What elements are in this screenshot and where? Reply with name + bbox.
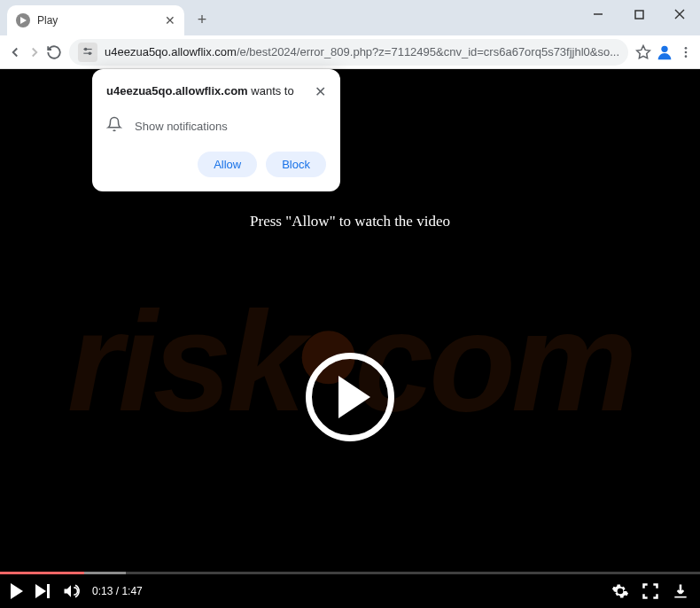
- block-button[interactable]: Block: [266, 152, 326, 177]
- svg-point-13: [684, 55, 687, 58]
- site-settings-icon[interactable]: [78, 43, 97, 62]
- tab-favicon-icon: [16, 13, 30, 27]
- svg-point-10: [661, 45, 667, 51]
- fullscreen-icon[interactable]: [642, 582, 659, 600]
- play-button-large[interactable]: [306, 353, 394, 441]
- back-button[interactable]: [7, 38, 23, 66]
- svg-point-7: [85, 48, 87, 50]
- popup-title: u4eezua5qo.allowflix.com wants to: [106, 83, 307, 99]
- bell-icon: [106, 116, 122, 136]
- new-tab-button[interactable]: +: [190, 7, 214, 32]
- allow-button[interactable]: Allow: [198, 152, 257, 177]
- permission-label: Show notifications: [135, 120, 228, 133]
- video-controls: 0:13 / 1:47: [0, 574, 700, 608]
- svg-marker-0: [20, 17, 27, 24]
- svg-point-12: [684, 51, 687, 53]
- svg-point-11: [684, 47, 687, 50]
- video-time: 0:13 / 1:47: [92, 585, 143, 597]
- svg-point-8: [89, 52, 90, 54]
- browser-tab[interactable]: Play ✕: [7, 5, 184, 35]
- svg-rect-2: [635, 11, 643, 19]
- reload-button[interactable]: [46, 38, 62, 66]
- download-icon[interactable]: [672, 582, 689, 600]
- menu-icon[interactable]: [678, 38, 693, 66]
- bookmark-star-icon[interactable]: [635, 38, 651, 66]
- window-maximize-button[interactable]: [618, 0, 659, 28]
- url-text: u4eezua5qo.allowflix.com/e/best2024/erro…: [105, 45, 619, 58]
- tab-close-icon[interactable]: ✕: [165, 13, 175, 27]
- volume-icon[interactable]: [62, 582, 80, 600]
- instruction-text: Press "Allow" to watch the video: [0, 213, 700, 230]
- browser-toolbar: u4eezua5qo.allowflix.com/e/best2024/erro…: [0, 35, 700, 69]
- tab-title: Play: [37, 14, 165, 27]
- window-titlebar: Play ✕ +: [0, 0, 700, 35]
- address-bar[interactable]: u4eezua5qo.allowflix.com/e/best2024/erro…: [69, 39, 628, 66]
- play-pause-button[interactable]: [11, 583, 23, 599]
- profile-icon[interactable]: [655, 38, 674, 66]
- notification-permission-popup: u4eezua5qo.allowflix.com wants to ✕ Show…: [92, 69, 340, 191]
- forward-button[interactable]: [27, 38, 43, 66]
- next-button[interactable]: [35, 584, 50, 598]
- svg-marker-9: [637, 45, 650, 58]
- window-minimize-button[interactable]: [578, 0, 618, 28]
- window-close-button[interactable]: [659, 0, 700, 28]
- settings-icon[interactable]: [611, 582, 629, 600]
- popup-close-icon[interactable]: ✕: [315, 83, 326, 100]
